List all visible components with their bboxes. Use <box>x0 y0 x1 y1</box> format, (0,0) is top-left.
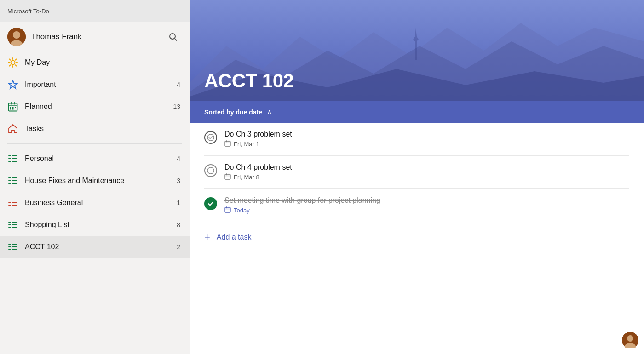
list-header: ACCT 102 <box>190 0 644 101</box>
task-checkbox-3[interactable] <box>204 197 217 210</box>
sidebar-item-personal[interactable]: Personal 4 <box>0 148 190 170</box>
task-due-text-2: Fri, Mar 8 <box>234 174 259 181</box>
user-name: Thomas Frank <box>31 32 160 41</box>
house-fixes-label: House Fixes and Maintenance <box>25 177 170 185</box>
list-icon-acct102 <box>7 241 18 252</box>
main-content: ACCT 102 Sorted by due date ∧ Do Ch 3 pr… <box>190 0 644 354</box>
sidebar-item-tasks[interactable]: Tasks <box>0 118 190 140</box>
svg-rect-21 <box>15 107 16 108</box>
task-due-text-3: Today <box>234 207 250 214</box>
sort-chevron-icon: ∧ <box>267 108 272 116</box>
svg-line-12 <box>15 59 16 60</box>
task-item[interactable]: Set meeting time with group for project … <box>204 189 629 222</box>
sidebar-item-planned[interactable]: Planned 13 <box>0 96 190 118</box>
list-icon-shopping <box>7 219 18 230</box>
nav-divider <box>7 143 182 144</box>
task-due-1: Fri, Mar 1 <box>224 140 629 148</box>
acct102-label: ACCT 102 <box>25 243 170 251</box>
acct102-count: 2 <box>177 243 180 251</box>
calendar-icon-1 <box>224 140 231 148</box>
important-label: Important <box>25 80 170 89</box>
important-count: 4 <box>177 81 180 88</box>
svg-point-55 <box>207 134 214 141</box>
task-details-2: Do Ch 4 problem set Fri, Mar 8 <box>224 163 629 181</box>
svg-line-11 <box>15 65 16 66</box>
svg-rect-61 <box>225 174 230 179</box>
sort-label: Sorted by due date <box>204 108 262 116</box>
task-checkbox-1[interactable] <box>204 131 217 144</box>
svg-point-70 <box>627 335 633 342</box>
svg-rect-22 <box>10 108 11 110</box>
task-due-3: Today <box>224 206 629 214</box>
calendar-grid-icon <box>7 101 18 112</box>
sidebar-item-myday[interactable]: My Day <box>0 51 190 74</box>
svg-point-1 <box>13 31 20 39</box>
planned-label: Planned <box>25 103 167 111</box>
task-name-2: Do Ch 4 problem set <box>224 163 629 171</box>
shopping-count: 8 <box>177 221 180 228</box>
svg-rect-20 <box>12 107 14 108</box>
sun-icon <box>7 57 18 68</box>
svg-rect-19 <box>10 107 11 108</box>
svg-line-10 <box>10 59 11 60</box>
svg-rect-23 <box>12 108 14 110</box>
list-title: ACCT 102 <box>204 70 629 92</box>
home-icon <box>7 123 18 134</box>
house-fixes-count: 3 <box>177 177 180 184</box>
svg-rect-56 <box>225 141 230 146</box>
planned-count: 13 <box>173 103 180 110</box>
tasks-label: Tasks <box>25 125 180 133</box>
task-details-3: Set meeting time with group for project … <box>224 196 629 214</box>
add-task-label: Add a task <box>217 233 252 241</box>
task-name-3: Set meeting time with group for project … <box>224 196 629 205</box>
calendar-icon-2 <box>224 173 231 181</box>
shopping-label: Shopping List <box>25 221 170 229</box>
user-profile-row[interactable]: Thomas Frank <box>0 22 190 51</box>
list-icon-business <box>7 197 18 208</box>
svg-marker-14 <box>9 80 17 89</box>
list-icon-house <box>7 175 18 186</box>
sidebar-header: Microsoft To-Do <box>0 0 190 22</box>
task-name-1: Do Ch 3 problem set <box>224 130 629 138</box>
personal-label: Personal <box>25 154 170 163</box>
list-icon-personal <box>7 153 18 164</box>
calendar-icon-3 <box>224 206 231 214</box>
svg-point-5 <box>11 61 15 65</box>
svg-line-13 <box>10 65 11 66</box>
personal-count: 4 <box>177 155 180 162</box>
task-item[interactable]: Do Ch 3 problem set Fri, Mar 1 <box>204 123 629 156</box>
add-task-plus-icon: + <box>204 231 210 243</box>
sidebar-item-shopping[interactable]: Shopping List 8 <box>0 214 190 236</box>
svg-point-60 <box>207 167 214 174</box>
tasks-area: Do Ch 3 problem set Fri, Mar 1 <box>190 123 644 354</box>
sidebar-item-important[interactable]: Important 4 <box>0 74 190 96</box>
add-task-row[interactable]: + Add a task <box>204 222 629 252</box>
business-count: 1 <box>177 199 180 206</box>
myday-label: My Day <box>25 58 180 67</box>
star-icon <box>7 79 18 90</box>
sidebar: Microsoft To-Do Thomas Frank <box>0 0 190 354</box>
task-item[interactable]: Do Ch 4 problem set Fri, Mar 8 <box>204 156 629 189</box>
sidebar-item-acct102[interactable]: ACCT 102 2 <box>0 236 190 258</box>
task-due-text-1: Fri, Mar 1 <box>234 141 259 148</box>
sidebar-item-business-general[interactable]: Business General 1 <box>0 192 190 214</box>
business-label: Business General <box>25 199 170 207</box>
sidebar-nav: My Day Important 4 <box>0 51 190 354</box>
sort-bar[interactable]: Sorted by due date ∧ <box>190 101 644 123</box>
task-due-2: Fri, Mar 8 <box>224 173 629 181</box>
app-title: Microsoft To-Do <box>7 8 49 15</box>
svg-line-4 <box>175 39 177 41</box>
bottom-right-avatar[interactable] <box>622 332 638 348</box>
search-button[interactable] <box>166 29 180 44</box>
task-checkbox-2[interactable] <box>204 164 217 177</box>
svg-rect-65 <box>225 207 230 212</box>
sidebar-item-house-fixes[interactable]: House Fixes and Maintenance 3 <box>0 170 190 192</box>
user-avatar <box>7 28 26 46</box>
task-details-1: Do Ch 3 problem set Fri, Mar 1 <box>224 130 629 148</box>
